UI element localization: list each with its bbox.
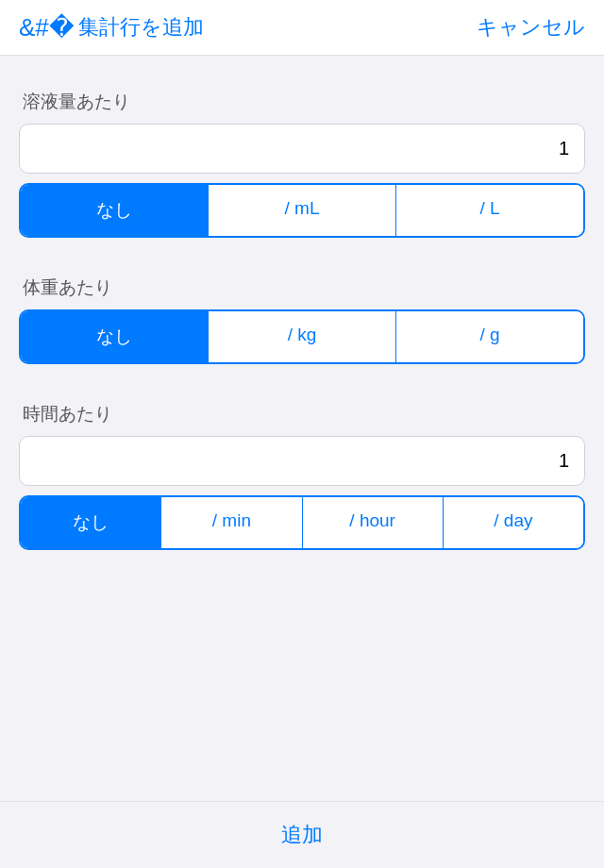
nav-bar: &#� 集計行を追加 キャンセル	[0, 0, 604, 56]
chevron-left-icon: &#�	[19, 15, 75, 40]
weight-section: 体重あたり なし / kg / g	[0, 257, 604, 364]
volume-section-label: 溶液量あたり	[19, 90, 585, 114]
time-input[interactable]	[19, 436, 585, 486]
time-segment-control: なし / min / hour / day	[19, 495, 585, 550]
time-section-label: 時間あたり	[19, 402, 585, 426]
volume-segment-control: なし / mL / L	[19, 183, 585, 238]
weight-option-none[interactable]: なし	[21, 311, 209, 362]
nav-back-button[interactable]: &#� 集計行を追加	[19, 13, 204, 42]
volume-option-l[interactable]: / L	[396, 185, 583, 236]
weight-section-label: 体重あたり	[19, 275, 585, 300]
volume-input[interactable]	[19, 124, 585, 174]
bottom-bar: 追加	[0, 801, 604, 868]
time-option-min[interactable]: / min	[161, 497, 302, 548]
volume-section: 溶液量あたり なし / mL / L	[0, 71, 604, 238]
weight-option-g[interactable]: / g	[396, 311, 583, 362]
volume-option-none[interactable]: なし	[21, 185, 209, 236]
time-option-day[interactable]: / day	[444, 497, 583, 548]
nav-back-label: 集計行を追加	[78, 13, 204, 42]
time-option-hour[interactable]: / hour	[303, 497, 444, 548]
volume-option-ml[interactable]: / mL	[209, 185, 396, 236]
add-button[interactable]: 追加	[281, 821, 323, 849]
time-option-none[interactable]: なし	[21, 497, 161, 548]
weight-segment-control: なし / kg / g	[19, 309, 585, 364]
time-section: 時間あたり なし / min / hour / day	[0, 383, 604, 550]
weight-option-kg[interactable]: / kg	[209, 311, 396, 362]
top-spacer	[0, 56, 604, 71]
cancel-button[interactable]: キャンセル	[477, 13, 585, 42]
